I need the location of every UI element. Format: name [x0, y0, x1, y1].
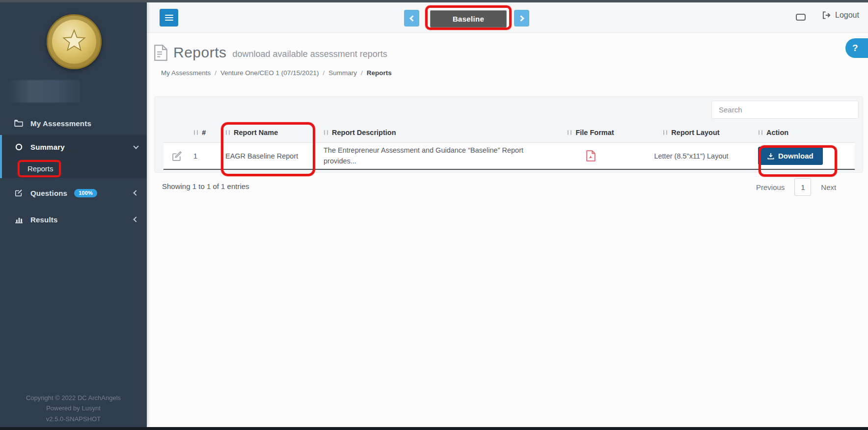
sort-icon — [324, 130, 328, 135]
page-subtitle: download available assessment reports — [233, 49, 387, 61]
search-input[interactable] — [711, 101, 859, 119]
sidebar-item-label: Results — [30, 215, 127, 224]
cell-report-description: The Entrepreneur Assessment and Guidance… — [321, 143, 549, 168]
sidebar-item-questions[interactable]: Questions 100% — [0, 181, 147, 205]
header-label: Report Description — [332, 129, 396, 136]
file-pdf-icon — [586, 150, 596, 161]
reports-table: # Report Name Report Description File Fo… — [163, 122, 855, 170]
sidebar-footer: Copyright © 2022 DC ArchAngels Powered b… — [0, 393, 147, 424]
powered-by-text: Powered by Lusynt — [0, 403, 147, 413]
sidebar-toggle-button[interactable] — [160, 9, 178, 27]
cell-report-name: EAGR Baseline Report — [222, 150, 321, 162]
redacted-user-block — [7, 80, 80, 103]
table-header-row: # Report Name Report Description File Fo… — [163, 122, 855, 143]
cell-number: 1 — [190, 150, 222, 162]
assessment-phase-button[interactable]: Baseline — [430, 10, 507, 27]
download-icon — [767, 153, 774, 160]
folder-icon — [14, 120, 24, 127]
logout-icon — [822, 11, 831, 19]
pagination-page-1[interactable]: 1 — [794, 178, 811, 196]
header-number[interactable]: # — [190, 127, 222, 138]
hamburger-icon — [165, 17, 173, 19]
header-report-layout[interactable]: Report Layout — [632, 127, 750, 138]
cell-action: Download — [750, 145, 855, 167]
version-text: v2.5.0-SNAPSHOT — [0, 414, 147, 424]
header-label: Action — [766, 129, 788, 136]
previous-assessment-button[interactable] — [404, 10, 419, 27]
pencil-square-icon — [172, 151, 182, 161]
circle-icon — [14, 143, 24, 151]
pagination: Previous 1 Next — [756, 178, 836, 196]
help-button[interactable]: ? — [845, 38, 868, 58]
document-icon — [154, 45, 167, 61]
report-description-text: The Entrepreneur Assessment and Guidance… — [324, 145, 540, 166]
copyright-text: Copyright © 2022 DC ArchAngels — [0, 393, 147, 403]
header-file-format[interactable]: File Format — [549, 127, 632, 138]
header-report-description[interactable]: Report Description — [321, 127, 549, 138]
sidebar-item-reports[interactable]: Reports — [2, 159, 147, 178]
chevron-left-icon — [409, 15, 416, 22]
chevron-left-icon — [133, 216, 138, 222]
breadcrumb-separator: / — [361, 69, 363, 77]
next-assessment-button[interactable] — [514, 10, 529, 27]
sidebar-item-results[interactable]: Results — [0, 208, 147, 231]
page-title: Reports — [173, 44, 227, 61]
sidebar-item-label: Summary — [30, 143, 127, 151]
edit-square-icon — [14, 189, 24, 197]
breadcrumb-separator: / — [215, 69, 217, 77]
breadcrumb: My Assessments / Venture One/CEO 1 (07/1… — [161, 69, 392, 77]
sidebar: My Assessments Summary Reports — [0, 2, 147, 427]
bar-chart-icon — [14, 216, 24, 223]
chevron-right-icon — [518, 15, 524, 22]
sort-icon — [193, 130, 198, 135]
header-label: File Format — [575, 129, 614, 136]
sort-icon — [663, 130, 668, 135]
header-label: Report Name — [234, 129, 278, 136]
header-action[interactable]: Action — [750, 127, 855, 138]
header-report-name[interactable]: Report Name — [222, 127, 321, 138]
table-entries-summary: Showing 1 to 1 of 1 entries — [162, 182, 249, 190]
summary-section: Summary Reports — [0, 135, 147, 178]
breadcrumb-venture[interactable]: Venture One/CEO 1 (07/15/2021) — [220, 69, 319, 77]
questions-progress-badge: 100% — [74, 189, 97, 197]
header-label: # — [202, 129, 206, 136]
cell-file-format — [549, 148, 632, 163]
logout-label: Logout — [835, 11, 859, 20]
top-edge-strip — [0, 0, 868, 2]
sidebar-item-summary[interactable]: Summary — [2, 135, 147, 159]
download-button[interactable]: Download — [758, 147, 823, 165]
pagination-next[interactable]: Next — [821, 183, 836, 191]
chevron-down-icon — [133, 143, 138, 149]
sort-icon — [225, 130, 230, 135]
breadcrumb-current: Reports — [367, 69, 392, 77]
header-label: Report Layout — [671, 129, 719, 136]
sort-icon — [758, 130, 763, 135]
window-maximize-icon — [796, 14, 806, 21]
app-window: My Assessments Summary Reports — [0, 0, 868, 430]
sidebar-menu: My Assessments Summary Reports — [0, 111, 147, 231]
topbar: Baseline Logout — [147, 2, 868, 33]
pagination-previous[interactable]: Previous — [756, 183, 785, 191]
breadcrumb-summary[interactable]: Summary — [328, 69, 357, 77]
table-row: 1 EAGR Baseline Report The Entrepreneur … — [163, 143, 855, 170]
edit-row-button[interactable] — [172, 151, 182, 161]
download-label: Download — [778, 152, 814, 160]
header-edit-column — [163, 131, 190, 134]
bottom-edge-strip — [0, 427, 868, 430]
question-mark-icon: ? — [852, 43, 858, 53]
logout-button[interactable]: Logout — [822, 11, 859, 20]
fullscreen-button[interactable] — [796, 12, 809, 22]
star-icon — [61, 28, 87, 54]
chevron-left-icon — [133, 190, 138, 195]
sort-icon — [567, 130, 572, 135]
breadcrumb-my-assessments[interactable]: My Assessments — [161, 69, 211, 77]
cell-report-layout: Letter (8.5"x11") Layout — [632, 150, 750, 162]
sidebar-subitem-label: Reports — [27, 164, 54, 173]
reports-table-card: # Report Name Report Description File Fo… — [154, 96, 863, 173]
page-header: Reports download available assessment re… — [154, 44, 387, 61]
sidebar-item-label: Questions — [30, 189, 67, 197]
archangels-logo — [47, 14, 102, 69]
breadcrumb-separator: / — [323, 69, 325, 77]
sidebar-item-label: My Assessments — [30, 119, 138, 128]
sidebar-item-my-assessments[interactable]: My Assessments — [0, 111, 147, 135]
